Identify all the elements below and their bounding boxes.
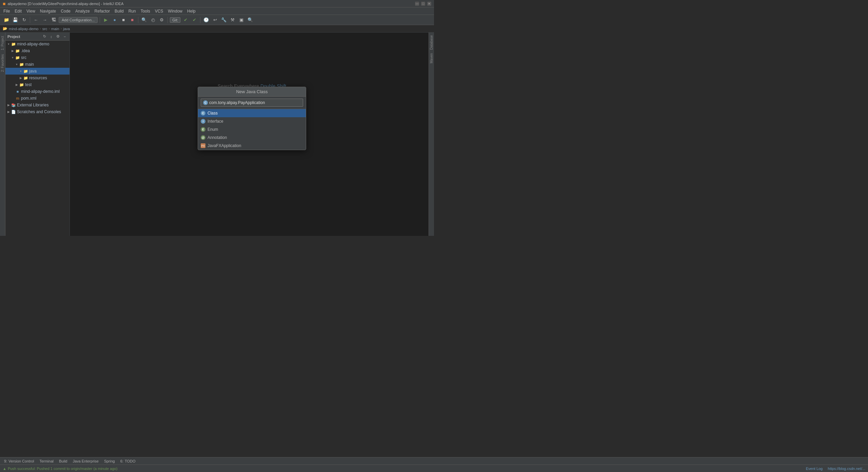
- toolbar-search[interactable]: 🔍: [246, 16, 254, 24]
- dialog-item-javafx[interactable]: FX JavaFXApplication: [198, 142, 306, 150]
- separator-5: [200, 17, 200, 23]
- run-config-dropdown[interactable]: Add Configuration...: [59, 17, 98, 23]
- tree-item-src[interactable]: ▾ 📁 src: [5, 54, 70, 61]
- menu-analyze[interactable]: Analyze: [73, 8, 92, 14]
- tree-item-external-libs[interactable]: ▶ 📚 External Libraries: [5, 102, 70, 108]
- tree-arrow-java: ▾: [19, 69, 22, 73]
- new-java-class-dialog: New Java Class C com.tony.alipay.PayAppl…: [198, 87, 306, 150]
- maximize-button[interactable]: □: [421, 2, 425, 6]
- toolbar-run-with-coverage[interactable]: ■: [120, 16, 127, 24]
- toolbar-back[interactable]: ←: [32, 16, 40, 24]
- separator-2: [100, 17, 100, 23]
- tree-item-iml[interactable]: ▶ ■ mind-alipay-demo.iml: [5, 88, 70, 95]
- menu-help[interactable]: Help: [185, 8, 198, 14]
- toolbar-coverage[interactable]: 🔍: [140, 16, 148, 24]
- tree-item-test[interactable]: ▶ 📁 test: [5, 81, 70, 88]
- toolbar-history[interactable]: 🕐: [202, 16, 210, 24]
- window-title: alipaydemo [D:\code\MyGiteeProject\mind-…: [7, 2, 123, 6]
- toolbar-antrun[interactable]: ⚙: [158, 16, 165, 24]
- toolbar-terminal[interactable]: ▣: [238, 16, 245, 24]
- toolbar-forward[interactable]: →: [41, 16, 48, 24]
- toolbar-open-recent[interactable]: 📁: [3, 16, 10, 24]
- menu-view[interactable]: View: [24, 8, 37, 14]
- tree-label-iml: mind-alipay-demo.iml: [21, 89, 60, 94]
- dialog-item-annotation[interactable]: @ Annotation: [198, 134, 306, 142]
- class-icon: C: [201, 111, 205, 116]
- menu-build[interactable]: Build: [113, 8, 126, 14]
- tree-item-java[interactable]: ▾ 📁 java: [5, 68, 70, 75]
- tree-item-project[interactable]: ▾ 📁 mind-alipay-demo: [5, 41, 70, 47]
- toolbar-profile[interactable]: ◴: [149, 16, 157, 24]
- git-checkmark-icon[interactable]: ✔: [191, 16, 198, 24]
- sidebar-expand-icon[interactable]: ↕: [48, 34, 54, 39]
- dialog-item-class[interactable]: C Class: [198, 109, 306, 117]
- sidebar-sync-icon[interactable]: ↻: [42, 34, 47, 39]
- breadcrumb-src[interactable]: src: [42, 27, 47, 31]
- toolbar-debug[interactable]: ●: [111, 16, 118, 24]
- javafx-label: JavaFXApplication: [208, 143, 241, 148]
- toolbar-run[interactable]: ▶: [102, 16, 110, 24]
- close-button[interactable]: ✕: [427, 2, 431, 6]
- menu-window[interactable]: Window: [166, 8, 184, 14]
- sidebar-toolbar: ↻ ↕ ⚙ −: [42, 34, 67, 39]
- left-vertical-strip: 1: Project 2: Favorites: [0, 33, 5, 236]
- separator-1: [30, 17, 30, 23]
- tree-label-java: java: [29, 69, 37, 74]
- tree-label-pom: pom.xml: [21, 96, 36, 101]
- menu-vcs[interactable]: VCS: [153, 8, 165, 14]
- left-tab-favorites[interactable]: 2: Favorites: [0, 52, 5, 74]
- sidebar-header: Project ↻ ↕ ⚙ −: [5, 33, 70, 41]
- dialog-overlay: New Java Class C com.tony.alipay.PayAppl…: [70, 33, 434, 236]
- tree-item-scratches[interactable]: ▶ 📄 Scratches and Consoles: [5, 108, 70, 115]
- interface-label: Interface: [208, 119, 223, 124]
- sidebar-title: Project: [7, 35, 20, 39]
- breadcrumb-java[interactable]: java: [63, 27, 70, 31]
- annotation-icon: @: [201, 135, 205, 140]
- breadcrumb-project[interactable]: mind-alipay-demo: [9, 27, 38, 31]
- breadcrumb-main[interactable]: main: [51, 27, 59, 31]
- menu-navigate[interactable]: Navigate: [38, 8, 58, 14]
- menu-tools[interactable]: Tools: [139, 8, 152, 14]
- tree-arrow-scratches: ▶: [7, 110, 10, 114]
- editor-panel: Search Everywhere Double Shift New Java …: [70, 33, 434, 236]
- tree-label-src: src: [21, 55, 26, 60]
- toolbar-stop[interactable]: ■: [129, 16, 136, 24]
- menu-run[interactable]: Run: [126, 8, 138, 14]
- maven-tab[interactable]: Maven: [429, 52, 434, 65]
- breadcrumb: 📂 mind-alipay-demo › src › main › java: [0, 25, 434, 33]
- menu-code[interactable]: Code: [59, 8, 73, 14]
- tree-item-resources[interactable]: ▶ 📁 resources: [5, 75, 70, 81]
- file-icon-iml: ■: [15, 89, 20, 94]
- tree-item-idea[interactable]: ▶ 📁 .idea: [5, 47, 70, 54]
- folder-icon-src: 📁: [15, 55, 20, 60]
- tree-arrow-external: ▶: [7, 103, 10, 107]
- enum-label: Enum: [208, 127, 218, 132]
- sidebar-settings-icon[interactable]: ⚙: [55, 34, 61, 39]
- database-tab[interactable]: Database: [429, 34, 434, 51]
- git-check-icon[interactable]: ✔: [182, 16, 189, 24]
- dialog-item-interface[interactable]: I Interface: [198, 117, 306, 125]
- menu-file[interactable]: File: [1, 8, 12, 14]
- right-vertical-strip: Database Maven: [429, 33, 434, 236]
- main-layout: 1: Project 2: Favorites Project ↻ ↕ ⚙ − …: [0, 33, 434, 236]
- toolbar-synchronize[interactable]: ↻: [20, 16, 28, 24]
- sidebar-close-icon[interactable]: −: [62, 34, 67, 39]
- toolbar-build-artifacts[interactable]: ⚒: [229, 16, 236, 24]
- tree-item-pom[interactable]: ▶ m pom.xml: [5, 95, 70, 102]
- separator-3: [138, 17, 138, 23]
- toolbar-wrench[interactable]: 🔧: [220, 16, 228, 24]
- menu-edit[interactable]: Edit: [13, 8, 24, 14]
- dialog-item-enum[interactable]: E Enum: [198, 125, 306, 134]
- class-name-input[interactable]: C com.tony.alipay.PayApplication: [201, 99, 303, 107]
- tree-arrow-resources: ▶: [19, 76, 22, 80]
- toolbar-save[interactable]: 💾: [12, 16, 19, 24]
- tree-item-main[interactable]: ▾ 📁 main: [5, 61, 70, 68]
- folder-icon-java: 📁: [23, 69, 28, 74]
- menu-refactor[interactable]: Refactor: [93, 8, 112, 14]
- minimize-button[interactable]: —: [415, 2, 419, 6]
- left-tab-project[interactable]: 1: Project: [0, 34, 5, 52]
- toolbar-revert[interactable]: ↩: [211, 16, 219, 24]
- toolbar-run-target[interactable]: 🏗: [50, 16, 57, 24]
- tree-label-idea: .idea: [21, 48, 30, 53]
- folder-icon-main: 📁: [19, 62, 24, 67]
